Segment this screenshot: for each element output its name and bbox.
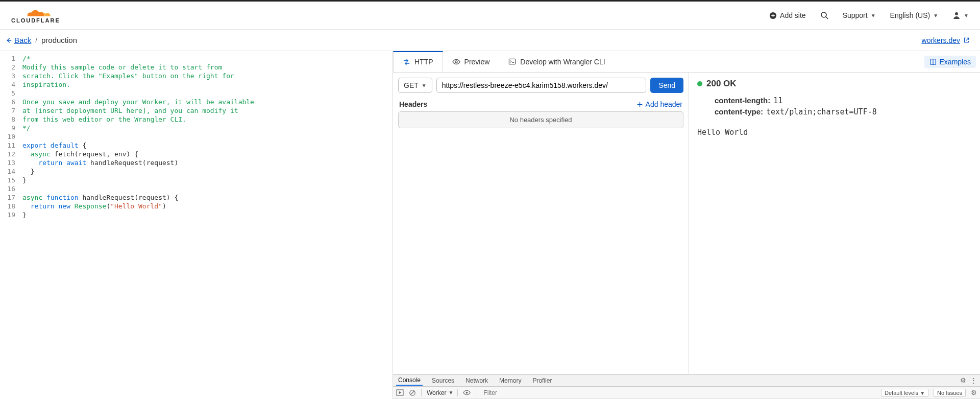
add-header-button[interactable]: Add header [636,100,682,108]
clear-console-icon[interactable] [409,389,416,396]
request-url-input[interactable] [436,78,647,93]
response-headers: content-length:11content-type:text/plain… [697,96,972,116]
search-icon [820,11,828,19]
no-headers-message: No headers specified [398,111,683,128]
back-link[interactable]: Back [5,36,31,44]
main-split: 12345678910111213141516171819 /*Modify t… [0,51,980,399]
devtools-context-label: Worker [427,389,446,396]
cloud-icon [19,7,53,18]
examples-button[interactable]: Examples [924,56,976,68]
tab-preview-label: Preview [464,58,490,66]
chevron-down-icon: ▼ [448,390,453,395]
tab-http[interactable]: HTTP [393,51,443,72]
add-site-label: Add site [780,11,806,19]
svg-point-12 [466,392,468,394]
log-levels-select[interactable]: Default levels ▼ [881,389,928,397]
tab-wrangler[interactable]: Develop with Wrangler CLI [499,51,615,72]
svg-rect-6 [509,59,516,64]
status-text: 200 OK [706,79,737,89]
code-content[interactable]: /*Modify this sample code or delete it t… [22,54,393,219]
http-method-value: GET [404,81,419,89]
chevron-down-icon: ▼ [920,390,925,396]
account-dropdown[interactable]: ▼ [952,11,969,19]
play-in-box-icon[interactable] [396,389,404,396]
add-header-label: Add header [646,100,682,108]
workers-domain-link[interactable]: workers.dev [922,36,970,44]
kebab-icon[interactable]: ⋮ [970,377,977,384]
devtools-tab-console[interactable]: Console [396,375,423,386]
svg-point-1 [821,12,826,17]
plus-icon [636,101,643,108]
request-column: GET ▼ Send Headers Add header No headers… [393,73,689,374]
cloudflare-logo[interactable]: CLOUDFLARE [11,7,60,24]
tab-http-label: HTTP [414,58,433,66]
domain-label: workers.dev [922,36,960,44]
svg-point-5 [455,61,457,63]
response-header-row: content-type:text/plain;charset=UTF-8 [715,107,972,116]
svg-line-2 [826,17,828,19]
log-levels-label: Default levels [885,390,918,396]
language-label: English (US) [890,11,930,19]
book-icon [929,58,937,65]
arrow-left-icon [5,37,12,44]
right-panel: HTTP Preview Develop with Wrangler CLI E… [393,51,980,399]
console-filter-input[interactable] [481,388,583,397]
devtools-panel: ConsoleSourcesNetworkMemoryProfiler ⚙ ⋮ … [393,374,980,399]
response-status: 200 OK [697,79,972,89]
chevron-down-icon: ▼ [964,13,969,18]
request-response-area: GET ▼ Send Headers Add header No headers… [393,73,980,374]
terminal-icon [508,58,516,65]
add-site-button[interactable]: Add site [769,11,806,19]
tab-wrangler-label: Develop with Wrangler CLI [520,58,605,66]
environment-name: production [41,36,77,44]
right-tab-bar: HTTP Preview Develop with Wrangler CLI E… [393,51,980,73]
support-label: Support [843,11,868,19]
devtools-tabs: ConsoleSourcesNetworkMemoryProfiler ⚙ ⋮ [393,374,980,387]
devtools-tab-network[interactable]: Network [463,375,490,386]
external-link-icon [963,37,970,43]
plus-circle-icon [769,12,777,19]
svg-line-11 [411,391,414,394]
chevron-down-icon: ▼ [422,83,427,88]
tab-preview[interactable]: Preview [443,51,500,72]
svg-point-3 [955,12,958,15]
http-arrows-icon [403,58,410,66]
support-dropdown[interactable]: Support ▼ [843,11,876,19]
language-dropdown[interactable]: English (US) ▼ [890,11,939,19]
devtools-tab-profiler[interactable]: Profiler [530,375,554,386]
response-column: 200 OK content-length:11content-type:tex… [689,73,980,374]
code-editor[interactable]: 12345678910111213141516171819 /*Modify t… [0,51,393,399]
issues-button[interactable]: No Issues [934,389,966,397]
http-method-select[interactable]: GET ▼ [398,78,432,93]
eye-icon[interactable] [463,389,471,396]
gear-icon[interactable]: ⚙ [960,377,966,384]
devtools-toolbar: Worker ▼ Default levels ▼ No Issues ⚙ [393,387,980,399]
breadcrumb-bar: Back / production workers.dev [0,30,980,51]
brand-text: CLOUDFLARE [11,17,60,24]
devtools-tab-memory[interactable]: Memory [497,375,523,386]
back-label: Back [14,36,31,44]
chevron-down-icon: ▼ [871,13,876,18]
eye-icon [452,58,460,66]
devtools-context-select[interactable]: Worker ▼ [427,389,458,396]
devtools-tab-sources[interactable]: Sources [430,375,456,386]
gear-icon[interactable]: ⚙ [971,389,977,396]
global-header: CLOUDFLARE Add site Support ▼ English (U… [0,2,980,30]
examples-label: Examples [940,58,971,66]
header-actions: Add site Support ▼ English (US) ▼ ▼ [769,11,969,19]
line-gutter: 12345678910111213141516171819 [0,54,22,219]
user-icon [952,11,961,19]
response-body: Hello World [697,128,972,137]
headers-heading: Headers [399,100,427,108]
send-button[interactable]: Send [650,78,683,93]
status-dot-icon [697,81,702,86]
breadcrumb-separator: / [35,36,37,44]
response-header-row: content-length:11 [715,96,972,105]
search-button[interactable] [820,11,828,19]
chevron-down-icon: ▼ [933,13,938,18]
